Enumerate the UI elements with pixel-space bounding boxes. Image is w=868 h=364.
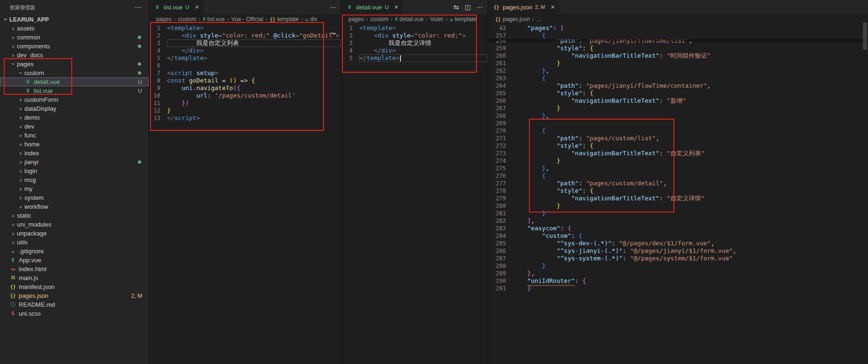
code-line[interactable]: 4 </div>	[149, 47, 341, 54]
breadcrumb-item[interactable]: div	[310, 16, 317, 23]
code-line[interactable]: 7<script setup>	[149, 69, 341, 77]
code-line[interactable]: 4 </div>	[341, 47, 488, 54]
breadcrumb-item[interactable]: Vuter	[430, 16, 443, 23]
code-line[interactable]: 12}	[149, 107, 341, 114]
breadcrumb-item[interactable]: pages	[348, 16, 364, 23]
code-line[interactable]: 257 {	[488, 32, 868, 39]
tree-folder-uni_modules[interactable]: ›uni_modules	[0, 220, 149, 229]
tree-folder-dev_docs[interactable]: ›dev_docs	[0, 51, 149, 60]
code-line[interactable]: 276 {	[488, 172, 868, 180]
code-line[interactable]: 280 }	[488, 202, 868, 210]
code-line[interactable]: 268 },	[488, 112, 868, 120]
code-line[interactable]: 291 }	[488, 285, 868, 292]
tree-folder-static[interactable]: ›static	[0, 211, 149, 220]
open-changes-icon[interactable]: ⇆	[453, 4, 459, 10]
code-line[interactable]: 286 "^sys-jianyi-(.*)": "@/pages/jianyi/…	[488, 247, 868, 255]
tree-file-uni.scss[interactable]: Suni.scss	[0, 309, 149, 318]
code-line[interactable]: 5</template>	[341, 54, 488, 62]
tree-folder-home[interactable]: ›home	[0, 140, 149, 149]
code-line[interactable]: 288 }	[488, 262, 868, 270]
more-actions-icon[interactable]: ⋯	[135, 3, 142, 12]
tree-file-readme.md[interactable]: ⓘREADME.md	[0, 300, 149, 309]
code-line[interactable]: 9 uni.navigateTo({	[149, 84, 341, 92]
tree-folder-assets[interactable]: ›assets	[0, 24, 149, 33]
more-actions-icon[interactable]: ⋯	[476, 4, 483, 10]
tree-folder-msg[interactable]: ›msg	[0, 175, 149, 184]
tree-folder-system[interactable]: ›system	[0, 193, 149, 202]
code-line[interactable]: 3 我是自定义列表	[149, 39, 341, 47]
tree-folder-customform[interactable]: ›customForm	[0, 95, 149, 104]
code-line[interactable]: 289 },	[488, 270, 868, 277]
tree-file-pages.json[interactable]: {}pages.json2, M	[0, 291, 149, 300]
code-line[interactable]: 281 }	[488, 210, 868, 217]
tab-list-vue[interactable]: V list.vue U ✕	[149, 0, 204, 14]
tree-file-app.vue[interactable]: VApp.vue	[0, 256, 149, 265]
code-line[interactable]: 5</template>	[149, 54, 341, 62]
code-line[interactable]: 6	[149, 62, 341, 69]
code-line[interactable]: 272 "style": {	[488, 142, 868, 150]
tab-pages-json[interactable]: {} pages.json 2, M ✕	[488, 0, 560, 14]
code-line[interactable]: 274 }	[488, 157, 868, 165]
code-line[interactable]: 278 "style": {	[488, 187, 868, 195]
split-editor-icon[interactable]: ◫	[465, 4, 471, 10]
tree-folder-unpackage[interactable]: ›unpackage	[0, 229, 149, 238]
tree-folder-index[interactable]: ›index	[0, 149, 149, 158]
tree-file-manifest.json[interactable]: {}manifest.json	[0, 282, 149, 291]
code-line[interactable]: 1<template>	[149, 24, 341, 32]
code-line[interactable]: 2 <div style="color: red;">	[341, 32, 488, 39]
code-line[interactable]: 285 "^sys-dev-(.*)": "@/pages/dev/$1/for…	[488, 240, 868, 247]
tree-file-detail.vue[interactable]: Vdetail.vueU	[0, 77, 149, 86]
code-editor-pages-json[interactable]: 42 "pages": [257 {258 "path": "pages/jia…	[488, 24, 868, 364]
breadcrumb-item[interactable]: Vue - Official	[231, 16, 263, 23]
code-line[interactable]: 8const goDetail = () => {	[149, 77, 341, 84]
code-line[interactable]: 259 "style": {	[488, 45, 868, 52]
code-line[interactable]: 270 {	[488, 127, 868, 135]
code-line[interactable]: 265 "style": {	[488, 90, 868, 97]
close-icon[interactable]: ✕	[551, 4, 555, 10]
code-line[interactable]: 13</script>	[149, 114, 341, 122]
tree-folder-common[interactable]: ›common	[0, 33, 149, 42]
code-editor-detail[interactable]: 1<template>2 <div style="color: red;">3 …	[341, 24, 488, 364]
tree-folder-custom[interactable]: ›custom	[0, 68, 149, 77]
tree-root-learun-app[interactable]: › LEARUN_APP	[0, 15, 149, 24]
tree-file-.gitignore[interactable]: ◆.gitignore	[0, 247, 149, 256]
scrollbar-thumb[interactable]	[863, 23, 867, 50]
code-line[interactable]: 287 "^sys-system-(.*)": "@/pages/system/…	[488, 255, 868, 262]
tree-folder-login[interactable]: ›login	[0, 167, 149, 175]
code-line[interactable]: 283 "easycom": {	[488, 225, 868, 232]
code-line[interactable]: 2 <div style="color: red;" @click="goDet…	[149, 32, 341, 39]
code-line[interactable]: 284 "custom": {	[488, 232, 868, 240]
code-line[interactable]: 260 "navigationBarTitleText": "时间组件验证"	[488, 52, 868, 60]
code-line[interactable]: 267 }	[488, 105, 868, 112]
code-line[interactable]: 271 "path": "pages/custom/list",	[488, 135, 868, 142]
code-line[interactable]: 279 "navigationBarTitleText": "自定义详情"	[488, 195, 868, 202]
code-line[interactable]: 261 }	[488, 60, 868, 67]
code-line[interactable]: 266 "navigationBarTitleText": "新增"	[488, 97, 868, 105]
breadcrumb-item[interactable]: template	[454, 16, 476, 23]
tree-folder-workflow[interactable]: ›workflow	[0, 202, 149, 211]
tree-folder-demo[interactable]: ›demo	[0, 113, 149, 122]
code-line[interactable]: 264 "path": "pages/jianyi/flowTime/conta…	[488, 82, 868, 90]
tree-folder-my[interactable]: ›my	[0, 184, 149, 193]
breadcrumb-item[interactable]: list.vue	[207, 16, 225, 23]
close-icon[interactable]: ✕	[195, 4, 199, 10]
breadcrumb-item[interactable]: custom	[370, 16, 389, 23]
tree-folder-utils[interactable]: ›utils	[0, 238, 149, 247]
code-line[interactable]: 42 "pages": [	[488, 24, 868, 32]
more-actions-icon[interactable]: ⋯	[330, 4, 336, 10]
code-line[interactable]: 3 我是自定义详情	[341, 39, 488, 47]
tree-folder-func[interactable]: ›func	[0, 131, 149, 140]
code-editor-list[interactable]: 1<template>2 <div style="color: red;" @c…	[149, 24, 341, 364]
close-icon[interactable]: ✕	[394, 4, 399, 10]
breadcrumb-item[interactable]: pages	[156, 16, 172, 23]
code-line[interactable]: 282 ],	[488, 217, 868, 225]
code-line[interactable]: 1<template>	[341, 24, 488, 32]
code-line[interactable]: 11 })	[149, 99, 341, 107]
tree-file-list.vue[interactable]: Vlist.vueU	[0, 86, 149, 95]
code-line[interactable]: 262 },	[488, 67, 868, 75]
tree-folder-datadisplay[interactable]: ›dataDisplay	[0, 104, 149, 113]
breadcrumb-item[interactable]: …	[536, 16, 542, 23]
tree-file-index.html[interactable]: <>index.html	[0, 265, 149, 273]
code-line[interactable]: 258 "path": "pages/jianyi/flowTime/list"…	[488, 39, 868, 45]
tree-folder-pages[interactable]: ›pages	[0, 60, 149, 68]
